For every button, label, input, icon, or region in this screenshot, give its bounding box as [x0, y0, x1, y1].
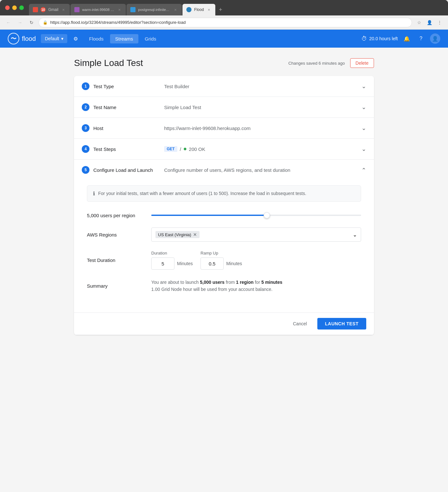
new-tab-button[interactable]: + [216, 5, 225, 14]
step-4-header[interactable]: 4 Test Steps GET / 200 OK ⌄ [74, 139, 374, 159]
tab-label-gmail: Gmail [48, 7, 58, 12]
ramp-up-unit: Minutes [226, 261, 242, 266]
tab-close-metrics[interactable]: ✕ [117, 7, 122, 12]
browser-tab-pg[interactable]: postgresql-infinite-41531 | He ✕ [126, 4, 182, 15]
step-1-header[interactable]: 1 Test Type Test Builder ⌄ [74, 76, 374, 97]
summary-for: for [254, 280, 261, 285]
gmail-favicon [33, 7, 38, 12]
help-button[interactable]: ? [416, 33, 426, 44]
info-banner: ℹ For your initial tests, start with a f… [87, 185, 361, 202]
step-4-chevron-icon: ⌄ [361, 145, 366, 153]
remove-region-button[interactable]: ✕ [193, 232, 197, 237]
browser-tab-metrics[interactable]: warm-inlet-99608 - Metrics | ✕ [70, 4, 126, 15]
step-5-header[interactable]: 5 Configure Load and Launch Configure nu… [74, 160, 374, 180]
step-1-label: Test Type [93, 84, 164, 89]
duration-input[interactable]: 5 [151, 257, 174, 270]
address-text: https://app.flood.io/p/32364/streams/499… [50, 20, 408, 25]
workspace-selector[interactable]: Default ▾ [41, 34, 67, 43]
settings-button[interactable]: ⚙ [70, 33, 81, 44]
status-ok-dot [184, 148, 186, 150]
tab-close-flood[interactable]: ✕ [206, 7, 211, 12]
slider-track [151, 215, 361, 216]
browser-tab-gmail[interactable]: 10 Gmail ✕ [29, 4, 70, 15]
step-4-value: GET / 200 OK [164, 146, 361, 152]
maximize-traffic-light[interactable] [19, 5, 24, 10]
nav-links: Floods Streams Grids [84, 34, 362, 43]
launch-test-button[interactable]: LAUNCH TEST [317, 318, 366, 330]
aws-regions-select[interactable]: US East (Virginia) ✕ ⌄ [151, 227, 361, 242]
step-5-label: Configure Load and Launch [93, 167, 164, 173]
nav-link-streams[interactable]: Streams [110, 34, 138, 43]
nav-timer: ⏱ 20.0 hours left [361, 35, 398, 42]
summary-content: You are about to launch 5,000 users from… [151, 279, 361, 293]
delete-button[interactable]: Delete [350, 58, 374, 68]
step-2-value: Simple Load Test [164, 105, 361, 110]
aws-regions-content: US East (Virginia) ✕ ⌄ [151, 227, 361, 242]
summary-text: You are about to launch 5,000 users from… [151, 279, 361, 293]
nav-link-grids[interactable]: Grids [140, 34, 162, 43]
summary-row: Summary You are about to launch 5,000 us… [87, 279, 361, 293]
workspace-label: Default [45, 36, 59, 41]
info-icon: ℹ [93, 190, 95, 197]
step-5-chevron-icon: ⌄ [361, 166, 366, 173]
ramp-up-input[interactable]: 0.5 [201, 257, 224, 270]
changes-saved-text: Changes saved 6 minutes ago [288, 61, 345, 66]
logo-text: flood [22, 35, 36, 42]
timer-text: 20.0 hours left [369, 36, 398, 41]
step-3-row: 3 Host https://warm-inlet-99608.herokuap… [74, 118, 374, 139]
profile-button[interactable]: 👤 [425, 18, 434, 27]
browser-toolbar: ← → ↻ 🔒 https://app.flood.io/p/32364/str… [0, 15, 448, 30]
tab-close-gmail[interactable]: ✕ [61, 7, 66, 12]
close-traffic-light[interactable] [5, 5, 10, 10]
users-per-region-row: 5,000 users per region [87, 212, 361, 218]
step-3-value: https://warm-inlet-99608.herokuapp.com [164, 125, 361, 131]
user-avatar-button[interactable]: 👤 [430, 33, 440, 44]
slider-thumb[interactable] [264, 212, 270, 218]
bookmark-button[interactable]: ☆ [415, 18, 424, 27]
tab-label-flood: Flood [194, 7, 204, 12]
aws-regions-label: AWS Regions [87, 232, 151, 237]
logo-icon: 〜 [8, 33, 19, 44]
summary-regions: 1 region [236, 280, 253, 285]
gmail-badge: 10 [41, 7, 46, 12]
step-5-body: ℹ For your initial tests, start with a f… [74, 180, 374, 312]
pg-favicon [130, 7, 135, 12]
step-2-label: Test Name [93, 105, 164, 110]
cancel-button[interactable]: Cancel [288, 319, 312, 329]
nav-link-floods[interactable]: Floods [84, 34, 109, 43]
step-1-chevron-icon: ⌄ [361, 83, 366, 90]
step-3-header[interactable]: 3 Host https://warm-inlet-99608.herokuap… [74, 118, 374, 138]
flood-favicon [186, 7, 191, 12]
step-1-badge: 1 [82, 82, 89, 90]
step-2-chevron-icon: ⌄ [361, 104, 366, 111]
more-button[interactable]: ⋮ [435, 18, 444, 27]
duration-group: Duration 5 Minutes [151, 251, 193, 270]
duration-label: Duration [151, 251, 193, 255]
step-2-header[interactable]: 2 Test Name Simple Load Test ⌄ [74, 97, 374, 117]
slider-track-container[interactable] [151, 212, 361, 218]
tab-label-pg: postgresql-infinite-41531 | He [138, 8, 170, 12]
browser-tab-flood[interactable]: Flood ✕ [182, 4, 215, 15]
refresh-button[interactable]: ↻ [27, 18, 36, 27]
address-bar[interactable]: 🔒 https://app.flood.io/p/32364/streams/4… [39, 18, 412, 27]
notifications-button[interactable]: 🔔 [402, 33, 412, 44]
summary-duration: 5 minutes [261, 280, 282, 285]
step-5-description: Configure number of users, AWS regions, … [164, 167, 361, 173]
app-logo[interactable]: 〜 flood [8, 33, 36, 44]
back-button[interactable]: ← [4, 18, 13, 27]
workspace-chevron-icon: ▾ [61, 36, 63, 41]
ssl-lock-icon: 🔒 [43, 20, 48, 25]
minimize-traffic-light[interactable] [12, 5, 17, 10]
traffic-lights [5, 5, 24, 10]
regions-dropdown-icon: ⌄ [353, 232, 357, 238]
forward-button[interactable]: → [15, 18, 24, 27]
browser-titlebar: 10 Gmail ✕ warm-inlet-99608 - Metrics | … [0, 0, 448, 15]
browser-chrome: 10 Gmail ✕ warm-inlet-99608 - Metrics | … [0, 0, 448, 492]
tab-close-pg[interactable]: ✕ [173, 7, 178, 12]
browser-tabs: 10 Gmail ✕ warm-inlet-99608 - Metrics | … [29, 0, 443, 15]
step-4-badge: 4 [82, 145, 89, 153]
step-4-row: 4 Test Steps GET / 200 OK ⌄ [74, 139, 374, 160]
slider-fill [151, 215, 267, 216]
test-duration-label: Test Duration [87, 257, 151, 263]
users-slider-container[interactable] [151, 212, 361, 218]
